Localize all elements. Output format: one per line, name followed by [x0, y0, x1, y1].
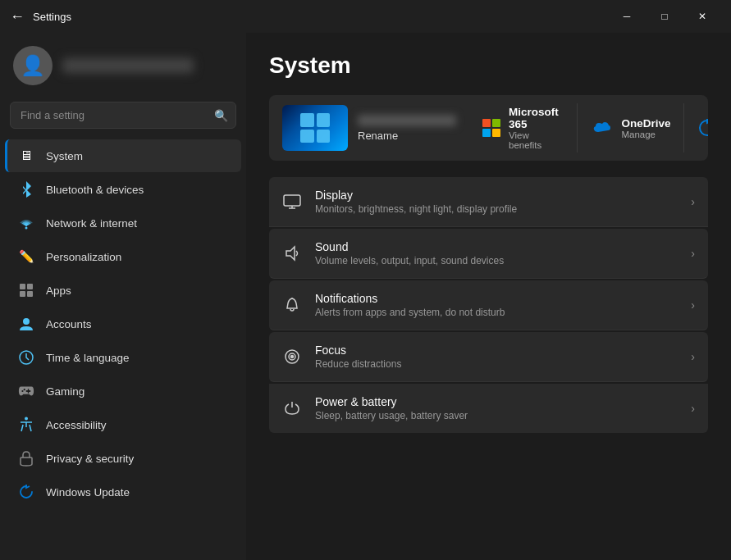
- top-cards: Rename Microsoft 365 View benefits: [269, 95, 708, 161]
- window-controls: ─ □ ✕: [608, 3, 721, 30]
- setting-row-focus[interactable]: Focus Reduce distractions ›: [269, 332, 708, 382]
- sidebar-item-accessibility[interactable]: Accessibility: [5, 408, 241, 441]
- avatar: 👤: [13, 46, 53, 85]
- notifications-left: Notifications Alerts from apps and syste…: [282, 292, 505, 318]
- ms365-card[interactable]: Microsoft 365 View benefits: [469, 95, 577, 161]
- sidebar-item-label: Gaming: [46, 385, 85, 398]
- winupdate-icon: [697, 116, 708, 139]
- display-name: Display: [315, 189, 517, 202]
- sidebar-item-accounts[interactable]: Accounts: [5, 307, 241, 340]
- pc-thumbnail: [282, 105, 348, 151]
- svg-rect-1: [20, 284, 25, 289]
- sidebar-item-apps[interactable]: Apps ◄: [5, 274, 241, 307]
- update-icon: [18, 484, 34, 500]
- sidebar-item-label: Time & language: [46, 352, 130, 364]
- accounts-icon: [18, 316, 34, 332]
- focus-desc: Reduce distractions: [315, 358, 401, 370]
- svg-marker-16: [286, 247, 295, 260]
- titlebar-left: ← Settings: [10, 8, 71, 25]
- sidebar-item-system[interactable]: 🖥 System: [5, 139, 241, 172]
- search-input[interactable]: [10, 102, 236, 129]
- sidebar-item-personalization[interactable]: ✏️ Personalization: [5, 240, 241, 273]
- ms365-icon: [482, 116, 500, 139]
- sidebar-item-privacy[interactable]: Privacy & security: [5, 442, 241, 475]
- notifications-desc: Alerts from apps and system, do not dist…: [315, 307, 505, 318]
- system-icon: 🖥: [18, 148, 34, 164]
- titlebar: ← Settings ─ □ ✕: [0, 0, 731, 33]
- display-left: Display Monitors, brightness, night ligh…: [282, 189, 517, 215]
- apps-icon: [18, 282, 34, 298]
- display-desc: Monitors, brightness, night light, displ…: [315, 203, 517, 215]
- ms365-name: Microsoft 365: [509, 106, 564, 130]
- sidebar-item-label: Personalization: [46, 251, 121, 263]
- chevron-icon: ›: [691, 195, 695, 208]
- power-text: Power & battery Sleep, battery usage, ba…: [315, 395, 468, 421]
- sidebar: 👤 🔍 🖥 System Bluetooth & devices: [0, 33, 246, 560]
- profile-section: 👤: [0, 33, 246, 95]
- sidebar-item-update[interactable]: Windows Update: [5, 476, 241, 508]
- sidebar-item-label: Windows Update: [46, 486, 130, 499]
- power-name: Power & battery: [315, 395, 468, 408]
- notifications-name: Notifications: [315, 292, 505, 305]
- gaming-icon: [18, 383, 34, 399]
- chevron-icon: ›: [691, 402, 695, 415]
- ms365-sub: View benefits: [509, 130, 564, 150]
- app-body: 👤 🔍 🖥 System Bluetooth & devices: [0, 33, 731, 560]
- sound-text: Sound Volume levels, output, input, soun…: [315, 240, 504, 266]
- focus-name: Focus: [315, 344, 401, 357]
- svg-rect-13: [284, 195, 300, 206]
- pc-info: Rename: [358, 115, 456, 142]
- pc-card[interactable]: Rename: [269, 95, 469, 161]
- sound-name: Sound: [315, 240, 504, 253]
- user-icon: 👤: [21, 54, 45, 77]
- sound-desc: Volume levels, output, input, sound devi…: [315, 255, 504, 266]
- power-desc: Sleep, battery usage, battery saver: [315, 410, 468, 421]
- svg-point-11: [25, 417, 28, 421]
- sound-left: Sound Volume levels, output, input, soun…: [282, 240, 504, 266]
- search-icon: 🔍: [214, 109, 228, 122]
- privacy-icon: [18, 450, 34, 467]
- win11-logo: [300, 113, 330, 143]
- svg-rect-8: [26, 390, 30, 392]
- close-button[interactable]: ✕: [683, 3, 721, 30]
- power-icon: [282, 398, 302, 418]
- sound-icon: [282, 244, 302, 263]
- notifications-text: Notifications Alerts from apps and syste…: [315, 292, 505, 318]
- setting-row-power[interactable]: Power & battery Sleep, battery usage, ba…: [269, 384, 708, 433]
- ms365-info: Microsoft 365 View benefits: [509, 106, 564, 150]
- winupdate-card[interactable]: Windows Update Attention needed: [684, 95, 708, 161]
- chevron-icon: ›: [691, 298, 695, 312]
- sidebar-item-label: Bluetooth & devices: [46, 184, 144, 196]
- app-title: Settings: [33, 11, 71, 23]
- sidebar-item-bluetooth[interactable]: Bluetooth & devices: [5, 173, 241, 206]
- onedrive-icon: [590, 116, 613, 139]
- svg-point-10: [24, 389, 25, 390]
- sidebar-item-label: Apps: [46, 285, 71, 297]
- profile-name: [62, 58, 194, 73]
- setting-row-notifications[interactable]: Notifications Alerts from apps and syste…: [269, 280, 708, 330]
- setting-row-sound[interactable]: Sound Volume levels, output, input, soun…: [269, 229, 708, 279]
- sidebar-item-gaming[interactable]: Gaming: [5, 375, 241, 407]
- accessibility-icon: [18, 417, 34, 433]
- setting-row-display[interactable]: Display Monitors, brightness, night ligh…: [269, 177, 708, 227]
- time-icon: [18, 349, 34, 366]
- sidebar-item-label: Network & internet: [46, 217, 137, 230]
- sidebar-item-label: Privacy & security: [46, 453, 134, 465]
- search-box: 🔍: [10, 102, 236, 129]
- back-button[interactable]: ←: [10, 8, 25, 25]
- minimize-button[interactable]: ─: [608, 3, 646, 30]
- svg-rect-4: [27, 291, 33, 297]
- maximize-button[interactable]: □: [646, 3, 683, 30]
- content-area: System Rename: [246, 33, 731, 560]
- personalization-icon: ✏️: [18, 248, 34, 265]
- svg-rect-2: [27, 284, 33, 289]
- sidebar-item-network[interactable]: Network & internet: [5, 207, 241, 239]
- svg-point-5: [23, 318, 30, 325]
- svg-rect-3: [20, 291, 25, 297]
- display-text: Display Monitors, brightness, night ligh…: [315, 189, 517, 215]
- onedrive-card[interactable]: OneDrive Manage: [577, 95, 683, 161]
- rename-button[interactable]: Rename: [358, 130, 456, 142]
- sidebar-item-time[interactable]: Time & language: [5, 341, 241, 374]
- page-title: System: [269, 52, 708, 79]
- sidebar-item-label: System: [46, 150, 83, 162]
